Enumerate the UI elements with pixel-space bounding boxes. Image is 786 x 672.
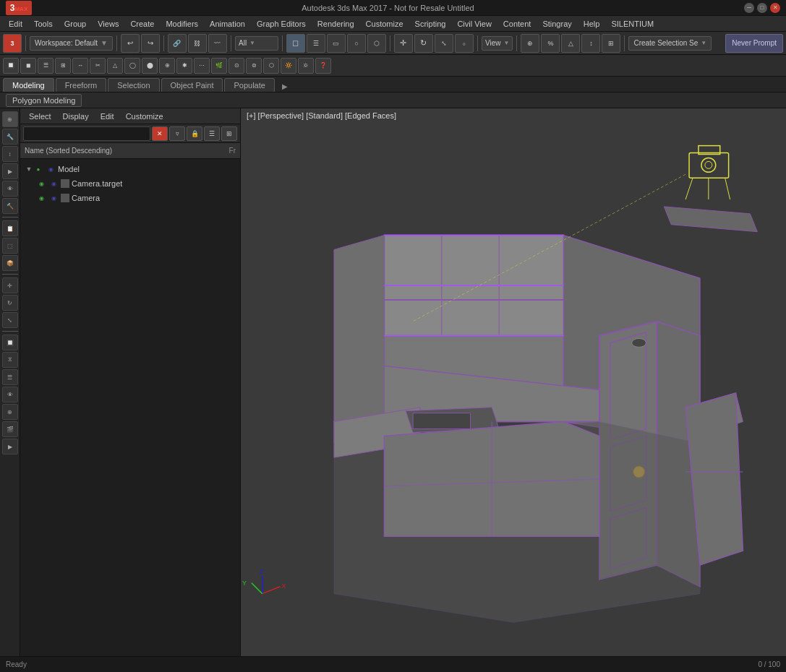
tb2-btn5[interactable]: ↔ — [72, 58, 88, 74]
render-setup-icon[interactable]: ⊕ — [2, 404, 18, 420]
tab-object-paint[interactable]: Object Paint — [161, 78, 223, 92]
menu-customize[interactable]: Customize — [360, 18, 409, 30]
tb2-btn14[interactable]: ⊙ — [228, 58, 244, 74]
tb2-btn16[interactable]: ⬡ — [263, 58, 279, 74]
workspace-dropdown[interactable]: Workspace: Default ▼ — [30, 36, 113, 51]
view-dropdown[interactable]: View ▼ — [482, 36, 513, 51]
select-button[interactable]: ◻ — [286, 34, 305, 53]
layer-manager-icon[interactable]: ⬚ — [2, 238, 18, 254]
camera-target-type-icon[interactable] — [61, 179, 69, 188]
menu-scripting[interactable]: Scripting — [409, 18, 452, 30]
tb2-btn13[interactable]: 🌿 — [211, 58, 227, 74]
unlink-button[interactable]: ⛓ — [188, 34, 207, 53]
tb2-btn19[interactable]: ❓ — [315, 58, 331, 74]
model-render-icon[interactable]: ◉ — [46, 164, 56, 174]
angle-snap[interactable]: △ — [561, 34, 580, 53]
camera-render-icon[interactable]: ◉ — [48, 193, 59, 203]
tb2-btn10[interactable]: ⊕ — [159, 58, 175, 74]
tab-more-button[interactable]: ▶ — [279, 81, 291, 92]
menu-tools[interactable]: Tools — [28, 18, 59, 30]
expand-model-icon[interactable]: ▼ — [25, 165, 33, 173]
model-visibility-icon[interactable]: ● — [33, 164, 43, 174]
search-field[interactable] — [23, 126, 150, 141]
tb2-btn3[interactable]: ☰ — [38, 58, 54, 74]
scale-button[interactable]: ⤡ — [435, 34, 453, 53]
tb2-btn2[interactable]: ◼ — [20, 58, 36, 74]
tab-freeform[interactable]: Freeform — [56, 78, 107, 92]
options-button[interactable]: ⊞ — [221, 126, 237, 141]
filter-button[interactable]: ▿ — [169, 126, 185, 141]
hierarchy-panel-icon[interactable]: ↕ — [2, 146, 18, 162]
rotate-gizmo-icon[interactable]: ↻ — [2, 295, 18, 311]
menu-content[interactable]: Content — [497, 18, 537, 30]
menu-stingray[interactable]: Stingray — [537, 18, 577, 30]
circle-select[interactable]: ○ — [347, 34, 366, 53]
menu-rendering[interactable]: Rendering — [312, 18, 360, 30]
maximize-button[interactable]: □ — [757, 3, 767, 13]
scene-tree[interactable]: ▼ ● ◉ Model ◉ ◉ Camera.target ◉ ◉ Camera — [20, 159, 240, 656]
mirror-icon[interactable]: ⧖ — [2, 352, 18, 368]
percent-snap[interactable]: % — [541, 34, 560, 53]
camera-target-render-icon[interactable]: ◉ — [48, 178, 59, 189]
menu-modifiers[interactable]: Modifiers — [160, 18, 204, 30]
tree-item-camera[interactable]: ◉ ◉ Camera — [20, 191, 240, 205]
menu-views[interactable]: Views — [92, 18, 124, 30]
scene-explorer-icon[interactable]: 📋 — [2, 220, 18, 236]
container-icon[interactable]: 📦 — [2, 255, 18, 271]
rect-select[interactable]: ▭ — [327, 34, 346, 53]
camera-visibility-icon[interactable]: ◉ — [36, 193, 46, 203]
layers-button[interactable]: ☰ — [204, 126, 220, 141]
close-button[interactable]: ✕ — [770, 3, 780, 13]
tb2-btn15[interactable]: ⊜ — [246, 58, 262, 74]
tb2-btn4[interactable]: ⊞ — [55, 58, 71, 74]
panel-edit-menu[interactable]: Edit — [95, 111, 120, 122]
redo-button[interactable]: ↪ — [141, 34, 160, 53]
undo-button[interactable]: ↩ — [121, 34, 140, 53]
menu-edit[interactable]: Edit — [3, 18, 28, 30]
tree-item-camera-target[interactable]: ◉ ◉ Camera.target — [20, 176, 240, 191]
use-pivot[interactable]: ⊕ — [521, 34, 539, 53]
tab-populate[interactable]: Populate — [224, 78, 274, 92]
named-selection-icon[interactable]: 👁 — [2, 387, 18, 402]
menu-animation[interactable]: Animation — [204, 18, 251, 30]
create-selection-set-button[interactable]: Create Selection Se ▼ — [628, 36, 712, 51]
rotate-button[interactable]: ↻ — [414, 34, 433, 53]
scale-gizmo-icon[interactable]: ⤡ — [2, 312, 18, 328]
spinner-snap[interactable]: ↕ — [581, 34, 600, 53]
tb2-btn6[interactable]: ✂ — [90, 58, 106, 74]
menu-create[interactable]: Create — [124, 18, 160, 30]
app-icon-button[interactable]: 3 — [3, 34, 22, 53]
display-panel-icon[interactable]: 👁 — [2, 181, 18, 197]
tb2-btn8[interactable]: ◯ — [124, 58, 140, 74]
render-active-icon[interactable]: ▶ — [2, 439, 18, 455]
tb2-btn11[interactable]: ✱ — [176, 58, 192, 74]
camera-type-icon[interactable] — [61, 194, 69, 202]
tb2-btn17[interactable]: 🔆 — [281, 58, 296, 74]
menu-civil-view[interactable]: Civil View — [451, 18, 497, 30]
bind-space-warp[interactable]: 〰 — [208, 34, 227, 53]
modify-panel-icon[interactable]: 🔧 — [2, 129, 18, 145]
squash-button[interactable]: ⬦ — [455, 34, 474, 53]
menu-silentium[interactable]: SILENTIUM — [605, 18, 659, 30]
snap-icon[interactable]: 🔲 — [2, 335, 18, 350]
clear-search-button[interactable]: ✕ — [152, 126, 168, 141]
menu-graph-editors[interactable]: Graph Editors — [251, 18, 312, 30]
move-gizmo-icon[interactable]: ✛ — [2, 277, 18, 293]
tree-item-model[interactable]: ▼ ● ◉ Model — [20, 162, 240, 176]
minimize-button[interactable]: ─ — [744, 3, 754, 13]
select-mode-dropdown[interactable]: All ▼ — [235, 36, 278, 51]
tab-selection[interactable]: Selection — [108, 78, 159, 92]
create-panel-icon[interactable]: ⊕ — [2, 111, 18, 127]
align-icon[interactable]: ☰ — [2, 369, 18, 385]
tb2-btn12[interactable]: ⋯ — [194, 58, 210, 74]
link-button[interactable]: 🔗 — [168, 34, 187, 53]
menu-help[interactable]: Help — [578, 18, 606, 30]
polygon-modeling-tab[interactable]: Polygon Modeling — [6, 94, 82, 107]
panel-display-menu[interactable]: Display — [57, 111, 95, 122]
move-button[interactable]: ✛ — [394, 34, 413, 53]
utilities-panel-icon[interactable]: 🔨 — [2, 198, 18, 214]
panel-customize-menu[interactable]: Customize — [120, 111, 169, 122]
render-frame-icon[interactable]: 🎬 — [2, 421, 18, 437]
adaptive-degradation[interactable]: ⊞ — [602, 34, 620, 53]
camera-target-visibility-icon[interactable]: ◉ — [36, 178, 46, 189]
